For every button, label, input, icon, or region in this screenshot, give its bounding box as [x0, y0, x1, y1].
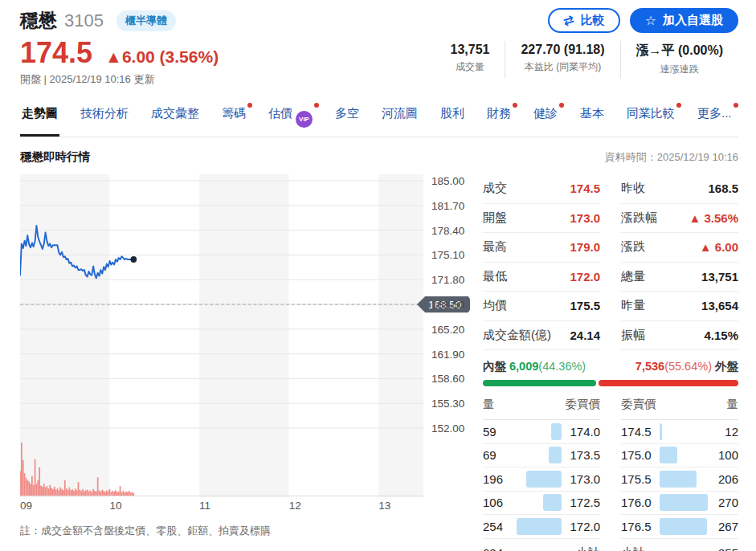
- col-buy-qty: 量: [483, 397, 495, 412]
- volume-bar: [67, 490, 69, 496]
- volume-bar: [66, 488, 67, 496]
- volume-bar: [27, 480, 28, 496]
- volume-bar: [47, 488, 49, 496]
- tab-河流圖[interactable]: 河流圖: [380, 99, 419, 137]
- quote-stat-row: 總量13,751: [621, 263, 738, 292]
- order-book: 59174.0174.51269173.5175.0100196173.0175…: [483, 420, 738, 539]
- notification-dot-icon: [513, 103, 517, 108]
- volume-bar: [24, 473, 26, 496]
- order-book-sell-row[interactable]: 174.512: [621, 420, 738, 444]
- add-watchlist-button[interactable]: ☆ 加入自選股: [630, 8, 738, 33]
- volume-bar: [20, 471, 21, 496]
- volume-bar: [96, 492, 97, 496]
- y-axis-labels: 168.50 185.00181.70178.40175.10171.80168…: [423, 174, 472, 497]
- buy-bar-wrap: [513, 518, 562, 535]
- star-icon: ☆: [645, 13, 656, 28]
- volume-bar: [64, 480, 66, 496]
- tab-財務[interactable]: 財務: [485, 99, 513, 137]
- volume-bar: [42, 487, 43, 496]
- order-book-sell-row[interactable]: 176.5267: [621, 515, 738, 539]
- order-book-buy-row[interactable]: 106172.5: [483, 492, 600, 516]
- sell-price: 174.5: [621, 425, 656, 439]
- tab-估價[interactable]: 估價VIP: [267, 99, 314, 137]
- order-book-sell-row[interactable]: 175.0100: [621, 444, 738, 468]
- buy-qty: 254: [483, 520, 510, 533]
- volume-bar: [52, 489, 54, 496]
- order-book-buy-row[interactable]: 59174.0: [483, 420, 600, 444]
- tab-健診[interactable]: 健診: [532, 99, 559, 137]
- last-price-dot: [130, 256, 137, 263]
- intraday-chart-svg[interactable]: [20, 174, 423, 497]
- buy-price: 172.5: [565, 496, 600, 509]
- sell-volume-bar: [660, 518, 707, 535]
- quote-stat-row: 均價175.5: [483, 292, 600, 321]
- hour-band: [199, 174, 289, 497]
- price-change: ▲6.00 (3.56%): [105, 47, 219, 67]
- volume-bar: [120, 486, 121, 496]
- quote-stat-label: 昨收: [621, 181, 645, 196]
- volume-bar: [82, 489, 84, 496]
- hour-band: [20, 174, 110, 497]
- stock-title: 穩懋 3105 櫃半導體: [20, 8, 176, 33]
- order-book-buy-row[interactable]: 254172.0: [483, 515, 600, 539]
- quote-stats: 成交174.5昨收168.5開盤173.0漲跌幅▲ 3.56%最高179.0漲跌…: [483, 174, 738, 350]
- volume-bar: [112, 491, 113, 496]
- volume-bar: [58, 490, 59, 496]
- notification-dot-icon: [676, 103, 681, 108]
- quote-stat-row: 漲跌幅▲ 3.56%: [621, 204, 738, 234]
- volume-bar: [39, 467, 40, 496]
- title-row: 穩懋 3105 櫃半導體 ⇄ 比較 ☆ 加入自選股: [20, 8, 738, 33]
- tab-同業比較[interactable]: 同業比較: [625, 99, 676, 137]
- volume-bar: [94, 491, 96, 496]
- order-book-buy-row[interactable]: 196173.0: [483, 467, 600, 492]
- quote-stat-label: 振幅: [621, 328, 645, 343]
- tab-籌碼[interactable]: 籌碼: [220, 99, 247, 137]
- intraday-chart: 168.50 185.00181.70178.40175.10171.80168…: [20, 174, 472, 551]
- sell-subtotal: 855: [718, 546, 738, 551]
- quote-stat-label: 開盤: [483, 210, 507, 226]
- tab-更多...[interactable]: 更多...: [696, 99, 734, 137]
- volume-bar: [103, 491, 104, 496]
- volume-bar: [133, 493, 134, 496]
- quote-stat-label: 成交金額(億): [483, 328, 551, 343]
- volume-bar: [37, 480, 39, 496]
- sell-bar-wrap: [660, 518, 708, 535]
- volume-bar: [57, 488, 59, 496]
- tab-成交彙整[interactable]: 成交彙整: [149, 99, 201, 137]
- tab-股利[interactable]: 股利: [439, 99, 466, 137]
- tab-技術分析[interactable]: 技術分析: [79, 99, 130, 137]
- sell-price: 175.0: [621, 448, 656, 462]
- volume-bar: [113, 492, 115, 496]
- order-book-sell-row[interactable]: 176.0270: [621, 492, 738, 516]
- volume-bar: [43, 484, 45, 496]
- sell-price: 176.0: [621, 496, 656, 509]
- quick-stats: 13,751成交量227.70 (91.18)本益比 (同業平均)漲→平 (0.…: [435, 41, 738, 78]
- quote-stat-value: 13,751: [701, 270, 738, 284]
- order-book-buy-row[interactable]: 69173.5: [483, 444, 600, 468]
- col-buy-price: 委買價: [566, 397, 601, 412]
- volume-bar: [104, 492, 106, 496]
- tab-基本[interactable]: 基本: [578, 99, 606, 137]
- order-book-subtotal: 684 小計 小計 855: [483, 541, 738, 551]
- x-axis-label: 10: [110, 500, 122, 512]
- order-book-sell-row[interactable]: 175.5206: [621, 467, 738, 492]
- quote-stat-row: 成交金額(億)24.14: [483, 321, 600, 351]
- buy-volume-bar: [517, 518, 562, 535]
- buy-bar-wrap: [513, 494, 562, 511]
- x-axis-label: 11: [199, 500, 210, 512]
- tab-多空[interactable]: 多空: [333, 99, 361, 137]
- section-title: 穩懋即時行情: [20, 149, 90, 165]
- volume-bar: [59, 488, 61, 496]
- y-axis-label: 161.90: [431, 348, 464, 360]
- stock-code: 3105: [64, 10, 104, 31]
- data-time: 資料時間：2025/12/19 10:16: [605, 150, 738, 165]
- volume-bar: [132, 492, 133, 496]
- inner-outer-section: 內盤 6,009(44.36%) 7,536(55.64%) 外盤: [483, 359, 738, 386]
- tab-走勢圖[interactable]: 走勢圖: [20, 99, 59, 137]
- volume-bar: [33, 485, 35, 496]
- quick-stat-label: 本益比 (同業平均): [521, 60, 604, 74]
- buy-price: 173.0: [565, 472, 600, 486]
- compare-button[interactable]: ⇄ 比較: [548, 8, 619, 33]
- market-category-badge[interactable]: 櫃半導體: [116, 10, 176, 31]
- buy-bar-wrap: [513, 447, 562, 463]
